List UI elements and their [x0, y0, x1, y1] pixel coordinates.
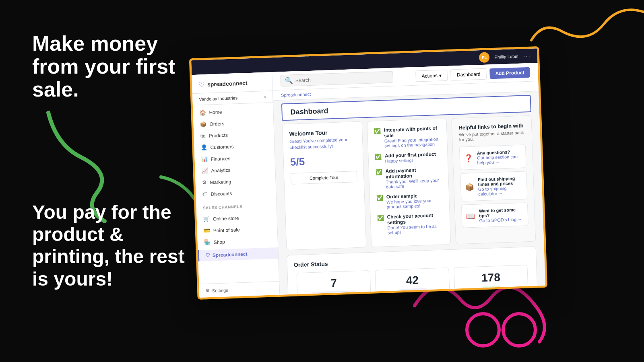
tour-score: 5/5 — [290, 154, 357, 169]
sidebar-item-orders-label: Orders — [209, 121, 224, 127]
helpful-subtitle: We've put together a starter pack for yo… — [459, 130, 525, 142]
sidebar-footer[interactable]: ⚙ Settings — [199, 281, 279, 298]
nav-section-main: 🏠 Home 📦 Orders 🛍 Products 👤 Customers 📊 — [193, 103, 276, 202]
sidebar-item-pos-label: Point of sale — [213, 227, 240, 233]
stat-number-0: 7 — [302, 276, 365, 290]
tour-title: Welcome Tour — [289, 128, 355, 137]
subtext-block: You pay for the product & printing, the … — [32, 201, 193, 290]
help-icon: ❓ — [464, 154, 473, 163]
pos-icon: 💳 — [204, 228, 211, 234]
stat-number-1: 42 — [380, 273, 444, 288]
settings-icon: ⚙ — [206, 288, 210, 293]
shop-icon: 🏪 — [204, 239, 211, 246]
sidebar-item-customers-label: Customers — [210, 144, 233, 150]
check-icon-2: ✅ — [375, 169, 382, 176]
svg-point-0 — [467, 314, 499, 346]
stat-label-2: Fulfilled — [481, 286, 502, 292]
check-icon-1: ✅ — [375, 154, 382, 160]
sidebar: ♡ spreadconnect Vandelay Industries ▾ 🏠 … — [192, 72, 280, 298]
dashboard-content: Welcome Tour Great! You've completed you… — [274, 115, 545, 295]
finances-icon: 📊 — [201, 156, 208, 162]
check-icon-0: ✅ — [374, 128, 381, 135]
analytics-icon: 📈 — [201, 168, 208, 174]
check-item-3: ✅ Order sample We hope you love your pro… — [376, 192, 443, 210]
marketing-icon: ⚙ — [202, 179, 207, 185]
order-status-card: Order Status 7 Waiting for production 42… — [287, 247, 538, 295]
spreadconnect-icon: ♡ — [206, 253, 210, 258]
helpful-item-1[interactable]: 📦 Find out shipping times and prices Go … — [460, 171, 528, 202]
sidebar-item-shop[interactable]: 🏪 Shop — [197, 234, 278, 249]
checklist-card: ✅ Integrate with points of sale Great! F… — [367, 118, 451, 247]
svg-point-1 — [503, 314, 535, 346]
left-text-block: Make money from your first sale. — [32, 32, 201, 101]
welcome-tour-card: Welcome Tour Great! You've completed you… — [282, 121, 366, 250]
topbar-actions: Actions ▾ Dashboard Add Product — [415, 66, 530, 82]
actions-button[interactable]: Actions ▾ — [415, 69, 448, 82]
order-stat-0: 7 Waiting for production — [297, 270, 372, 295]
spreadconnect-label: Spreadconnect — [213, 251, 248, 258]
home-icon: 🏠 — [199, 109, 206, 116]
sidebar-item-analytics-label: Analytics — [211, 167, 230, 173]
discounts-icon: 🏷 — [202, 191, 208, 197]
stat-number-2: 178 — [459, 270, 522, 285]
nav-section-sales: 🛒 Online store 💳 Point of sale 🏪 Shop — [196, 209, 278, 250]
settings-label: Settings — [212, 288, 228, 293]
shipping-icon: 📦 — [465, 183, 474, 192]
headline: Make money from your first sale. — [32, 32, 201, 101]
helpful-item-sub-2: Go to SPOD's blog → — [479, 217, 524, 223]
welcome-section: Welcome Tour Great! You've completed you… — [282, 115, 536, 250]
logo-text: spreadconnect — [207, 80, 248, 87]
sidebar-item-home-label: Home — [209, 109, 222, 115]
check-sub-4: Done! You seem to be all set up! — [387, 224, 444, 235]
products-icon: 🛍 — [200, 133, 206, 139]
check-item-1: ✅ Add your first product Happy selling! — [375, 151, 441, 164]
check-item-0: ✅ Integrate with points of sale Great! F… — [374, 125, 441, 149]
sidebar-item-discounts-label: Discounts — [211, 190, 232, 197]
admin-username: Phillip Lubin — [494, 54, 518, 60]
check-icon-4: ✅ — [377, 215, 384, 222]
topbar-search-container[interactable]: 🔍 — [280, 71, 393, 87]
sidebar-item-discounts[interactable]: 🏷 Discounts — [196, 186, 276, 200]
stat-label-0: Waiting for production — [311, 290, 357, 295]
dashboard-button[interactable]: Dashboard — [450, 68, 487, 80]
order-stat-1: 42 In production — [375, 267, 450, 295]
complete-tour-button[interactable]: Complete Tour — [291, 171, 357, 185]
search-icon: 🔍 — [285, 76, 293, 84]
order-stats-row: 7 Waiting for production 42 In productio… — [294, 265, 531, 295]
check-item-4: ✅ Check your account settings Done! You … — [377, 212, 444, 236]
helpful-item-sub-1: Go to shipping calculator → — [478, 185, 523, 197]
helpful-title: Helpful links to begin with — [458, 122, 525, 131]
subtext: You pay for the product & printing, the … — [32, 201, 193, 290]
check-sub-3: We hope you love your product samples! — [386, 198, 443, 210]
customers-icon: 👤 — [200, 144, 207, 151]
dashboard-label: Dashboard — [457, 71, 481, 78]
actions-label: Actions — [421, 72, 438, 78]
order-stat-2: 178 Fulfilled — [454, 265, 528, 295]
app-layout: ♡ spreadconnect Vandelay Industries ▾ 🏠 … — [192, 63, 545, 298]
sidebar-logo: ♡ spreadconnect — [192, 72, 272, 94]
add-product-button[interactable]: Add Product — [489, 67, 530, 78]
blog-icon: 📖 — [466, 212, 475, 221]
helpful-item-0[interactable]: ❓ Any questions? Our help section can he… — [459, 144, 526, 170]
admin-dots: ··· — [523, 52, 531, 60]
sidebar-item-products-label: Products — [208, 132, 228, 139]
sidebar-item-spreadconnect[interactable]: ♡ Spreadconnect — [198, 247, 278, 261]
search-input[interactable] — [295, 74, 389, 83]
stat-label-1: In production — [398, 288, 427, 295]
helpful-links-card: Helpful links to begin with We've put to… — [452, 115, 536, 245]
tour-subtitle: Great! You've completed your checklist s… — [289, 136, 356, 151]
main-content: 🔍 Actions ▾ Dashboard Add Product — [272, 63, 545, 295]
check-sub-0: Great! Find your integration settings on… — [384, 137, 441, 148]
sidebar-item-marketing-label: Marketing — [210, 179, 231, 185]
helpful-item-sub-0: Our help section can help you → — [477, 154, 522, 165]
check-sub-2: Thank you! We'll keep your data safe — [386, 178, 442, 189]
helpful-item-2[interactable]: 📖 Want to get some tips? Go to SPOD's bl… — [461, 202, 528, 228]
chevron-down-icon: ▾ — [264, 95, 266, 99]
screenshot-window: PL Phillip Lubin ··· ♡ spreadconnect Van… — [189, 46, 547, 300]
sidebar-item-shop-label: Shop — [214, 239, 225, 245]
online-store-icon: 🛒 — [203, 216, 210, 222]
actions-chevron-icon: ▾ — [439, 72, 442, 78]
check-item-2: ✅ Add payment information Thank you! We'… — [375, 167, 442, 190]
logo-icon: ♡ — [198, 80, 205, 89]
add-product-label: Add Product — [495, 70, 524, 76]
